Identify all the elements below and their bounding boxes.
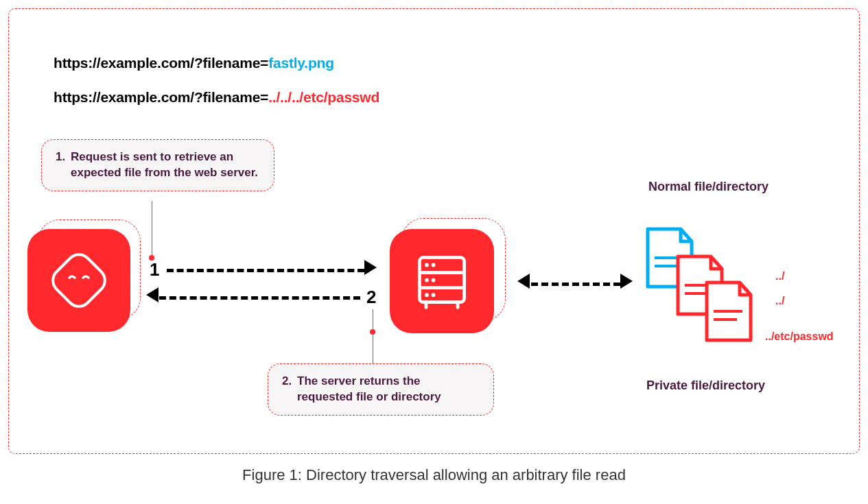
file-path-3: ../etc/passwd <box>765 331 834 343</box>
attacker-icon <box>27 229 130 332</box>
file-stack-icon <box>638 224 775 361</box>
figure-caption: Figure 1: Directory traversal allowing a… <box>0 466 868 484</box>
arrow-3-head-left <box>517 274 530 289</box>
url-base: https://example.com/?filename= <box>54 89 268 105</box>
arrow-1-line <box>167 269 364 272</box>
arrow-2-line <box>159 296 360 300</box>
svg-point-7 <box>432 278 436 283</box>
step-2-connector <box>373 309 373 364</box>
svg-point-6 <box>425 278 429 283</box>
marker-2: 2 <box>366 287 376 308</box>
svg-point-9 <box>432 293 436 297</box>
step-1-connector <box>152 201 152 259</box>
arrow-3-head-right <box>620 274 633 289</box>
svg-rect-0 <box>48 250 110 312</box>
svg-point-8 <box>425 293 429 297</box>
step-2-text: The server returns the requested file or… <box>297 374 478 405</box>
marker-1: 1 <box>150 259 159 280</box>
arrow-1-head <box>364 260 377 275</box>
step-2-connector-dot <box>370 329 375 335</box>
arrow-3-line <box>531 283 620 286</box>
normal-file-label: Normal file/directory <box>648 180 769 194</box>
step-1-number: 1. <box>56 149 68 165</box>
server-icon <box>390 229 494 333</box>
file-path-2: ../ <box>775 295 784 307</box>
arrow-2-head <box>146 287 159 302</box>
step-2-callout: 2. The server returns the requested file… <box>268 363 494 416</box>
url-normal: https://example.com/?filename=fastly.png <box>54 55 379 71</box>
url-param-attack: ../../../etc/passwd <box>268 89 379 105</box>
step-1-text: Request is sent to retrieve an expected … <box>71 149 259 181</box>
private-file-label: Private file/directory <box>646 379 765 393</box>
url-attack: https://example.com/?filename=../../../e… <box>54 89 379 106</box>
url-examples: https://example.com/?filename=fastly.png… <box>54 55 379 123</box>
url-base: https://example.com/?filename= <box>54 55 268 71</box>
url-param-normal: fastly.png <box>268 55 334 71</box>
svg-point-5 <box>432 263 436 267</box>
step-1-callout: 1. Request is sent to retrieve an expect… <box>41 139 274 191</box>
svg-point-4 <box>425 263 429 267</box>
file-path-1: ../ <box>775 270 784 283</box>
step-2-number: 2. <box>282 374 294 389</box>
